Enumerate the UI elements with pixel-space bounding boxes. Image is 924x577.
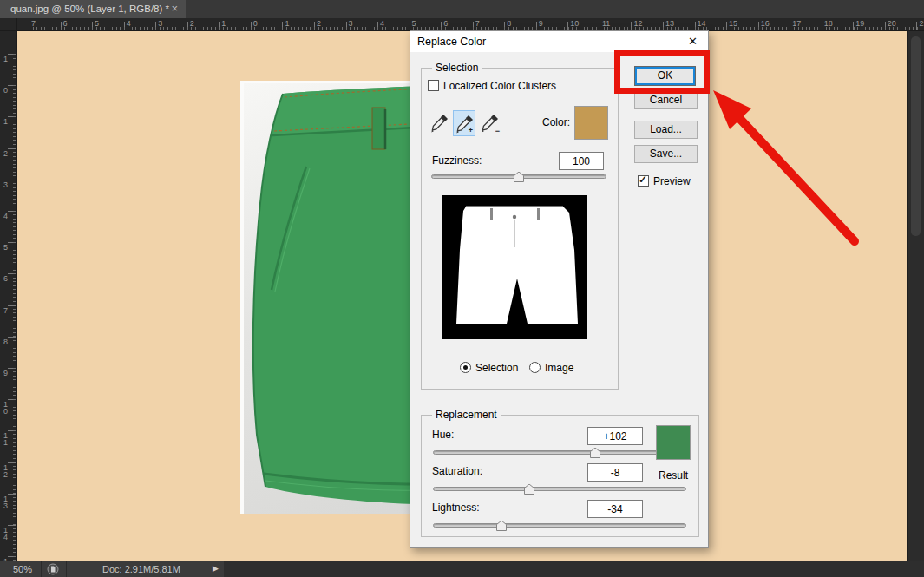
result-color-swatch[interactable] [656,425,691,460]
ruler-tick [8,525,16,526]
document-tab[interactable]: quan.jpg @ 50% (Layer 1, RGB/8) * × [0,0,186,18]
ruler-tick [726,22,727,30]
document-size-info: Doc: 2.91M/5.81M [102,564,180,574]
ruler-label: 3 [158,19,162,28]
ruler-tick [8,494,16,495]
ruler-label: 15 [729,19,737,28]
load-button[interactable]: Load... [634,121,698,139]
ruler-tick [695,22,696,30]
ruler-label: 20 [888,19,896,28]
slider-thumb[interactable] [496,521,507,531]
dialog-close-icon[interactable]: ✕ [688,35,698,48]
status-menu-arrow-icon[interactable]: ▶ [213,564,219,573]
ruler-label: 5 [412,19,416,28]
ruler-label: 1 [2,56,10,62]
fuzziness-input[interactable] [559,152,604,170]
ruler-tick [124,22,125,30]
saturation-input[interactable] [587,463,643,482]
ruler-label: 19 [855,19,864,28]
vertical-scrollbar-thumb[interactable] [911,36,921,236]
ruler-tick [8,556,16,557]
saturation-label: Saturation: [432,465,482,477]
ruler-tick [536,22,537,30]
ruler-label: 5 [2,244,10,251]
save-button[interactable]: Save... [634,145,698,163]
fuzziness-slider[interactable] [431,171,606,183]
image-radio-label: Image [545,362,573,374]
ruler-tick [155,22,156,30]
ruler-tick [410,22,410,30]
ruler-label: 3 [349,19,353,28]
ruler-corner [0,18,17,31]
ruler-label: 14 [698,19,706,28]
selection-radio[interactable] [460,362,471,373]
lightness-input[interactable] [587,500,643,518]
ruler-tick [61,22,62,30]
color-label: Color: [542,116,570,128]
plus-icon: + [469,126,473,134]
ruler-label: 2 [2,150,10,157]
slider-track[interactable] [433,450,686,455]
ruler-label: 9 [2,370,10,377]
tab-close-icon[interactable]: × [171,0,178,17]
check-icon: ✓ [639,174,647,186]
slider-track[interactable] [433,487,686,491]
ruler-tick [251,22,252,30]
ruler-label: 4 [127,19,131,28]
replacement-group-label: Replacement [432,409,501,421]
ruler-tick [567,22,568,30]
dialog-title: Replace Color [417,36,486,48]
cancel-button[interactable]: Cancel [634,91,698,109]
vertical-ruler: 10123456789101112131415 [0,31,17,561]
lightness-slider[interactable] [433,520,686,532]
ruler-tick [8,462,16,463]
ruler-tick [8,242,16,243]
ruler-label: 11 [2,432,10,446]
ruler-tick [758,22,759,30]
ruler-label: 13 [2,495,10,509]
ruler-tick [504,22,505,30]
ruler-tick [8,337,16,338]
ruler-tick [853,22,854,30]
image-radio[interactable] [529,362,541,373]
slider-track[interactable] [433,523,686,528]
selection-preview-thumbnail[interactable] [442,195,587,339]
document-tab-bar: quan.jpg @ 50% (Layer 1, RGB/8) * × [0,0,924,18]
ruler-tick [8,148,16,149]
ruler-tick [282,22,283,30]
vertical-scrollbar[interactable] [907,31,924,561]
document-tab-title: quan.jpg @ 50% (Layer 1, RGB/8) * [10,3,169,14]
slider-thumb[interactable] [524,484,534,495]
dialog-title-bar[interactable]: Replace Color ✕ [410,31,708,52]
ruler-label: 2 [317,19,321,28]
subtract-from-sample-eyedropper-icon[interactable]: − [479,110,501,136]
doc-status-icon [47,563,59,577]
ruler-tick [8,399,16,400]
status-bar: 50% Doc: 2.91M/5.81M ▶ [0,561,924,577]
saturation-slider[interactable] [433,483,686,495]
hue-slider[interactable] [433,447,686,459]
ok-highlight-rectangle [614,50,710,94]
sample-color-swatch[interactable] [574,106,608,140]
ruler-tick [8,430,16,431]
ruler-tick [916,22,917,30]
preview-checkbox-label: Preview [653,175,691,187]
ruler-tick [377,22,378,30]
ruler-label: 3 [2,181,10,188]
preview-checkbox[interactable]: ✓ [638,175,649,187]
slider-thumb[interactable] [514,172,524,182]
ruler-label: 1 [285,19,289,28]
localized-color-clusters-checkbox[interactable] [428,80,439,91]
add-to-sample-eyedropper-icon[interactable]: + [453,110,475,136]
ruler-label: 17 [792,19,801,28]
ruler-tick [885,22,886,30]
ruler-tick [314,22,315,30]
hue-input[interactable] [587,427,643,445]
ruler-label: 16 [761,19,770,28]
zoom-level[interactable]: 50% [13,564,32,574]
ruler-tick [8,116,16,117]
ruler-label: 11 [602,19,610,28]
ruler-label: 10 [2,401,10,415]
eyedropper-icon[interactable] [429,110,451,136]
slider-thumb[interactable] [590,448,600,458]
